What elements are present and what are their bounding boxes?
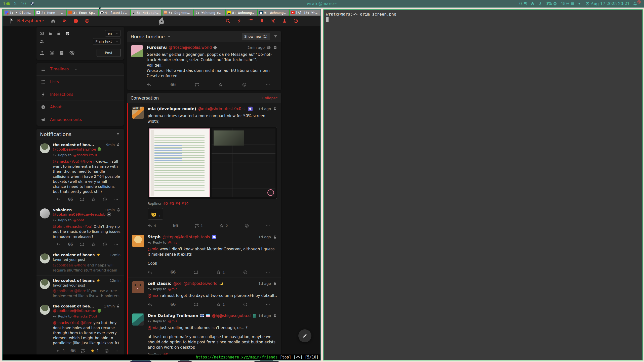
extra-menu-button[interactable]	[114, 242, 118, 247]
mentions-scope-icon[interactable]	[39, 39, 44, 44]
user-handle[interactable]: @coolbean@linfan.moe	[53, 309, 96, 313]
user-name[interactable]: mia (developer mode)	[148, 107, 196, 111]
emoji-react-button[interactable]	[243, 270, 248, 275]
bubble-timeline-icon[interactable]	[74, 19, 78, 23]
extra-menu-button[interactable]	[266, 302, 270, 307]
interactions-icon[interactable]	[237, 18, 242, 23]
public-timeline-icon[interactable]	[62, 18, 67, 23]
timestamp[interactable]: 1d ago	[258, 282, 271, 286]
avatar[interactable]	[40, 253, 50, 263]
mentions[interactable]: @snacks (You) @fiore	[53, 159, 92, 163]
conversation-post[interactable]: WEBP mia (developer mode) @mia@shrimptes…	[128, 103, 281, 231]
reply-button[interactable]: 1	[56, 348, 65, 353]
upload-icon[interactable]	[39, 50, 45, 56]
avatar[interactable]	[131, 45, 143, 57]
conversation-post[interactable]: Steph @steph@fedi.steph.tools 1d ago Rep…	[128, 231, 281, 278]
timeline-filter-icon[interactable]	[273, 34, 278, 39]
timestamp[interactable]: 11min	[104, 208, 115, 212]
scope-unlisted-icon[interactable]	[57, 31, 61, 36]
timeline-post[interactable]: Furosshu @frosch@edolas.world 2min ago G…	[127, 42, 281, 90]
user-name[interactable]: Vokainen	[53, 208, 72, 212]
scope-private-icon[interactable]	[48, 31, 53, 36]
reply-target[interactable]: @phnt	[73, 218, 84, 222]
favorite-button[interactable]: 1	[216, 302, 225, 307]
quote-button[interactable]: 66	[170, 83, 175, 86]
content-type-select[interactable]: Plain text	[93, 38, 121, 45]
user-handle[interactable]: @hj@shigusegubu.club	[212, 313, 251, 318]
timestamp[interactable]: 1d ago	[258, 107, 271, 111]
favorite-button[interactable]: 2	[219, 223, 228, 228]
user-handle[interactable]: @mia@shrimptest.0x0.st	[198, 107, 246, 111]
user-handle[interactable]: @frosch@edolas.world	[169, 45, 212, 50]
quote-button[interactable]: 66	[68, 198, 73, 201]
spoiler-eye-off-icon[interactable]	[69, 50, 75, 56]
expand-post-icon[interactable]	[273, 46, 277, 50]
quote-button[interactable]: 66	[170, 303, 175, 306]
lists-icon[interactable]	[248, 18, 253, 23]
tab-10-youtube[interactable]: [A] 10: Wh…	[289, 10, 320, 16]
reply-target[interactable]: @mia	[168, 287, 177, 291]
avatar[interactable]	[40, 305, 50, 315]
netzsphaere-logo[interactable]	[9, 18, 15, 24]
home-icon[interactable]	[51, 18, 56, 23]
timestamp[interactable]: 9min	[106, 143, 115, 147]
user-name[interactable]: Steph	[148, 235, 160, 239]
extra-menu-button[interactable]	[114, 349, 118, 353]
collapse-link[interactable]: Collapse	[262, 96, 278, 100]
tab-7-wohnung[interactable]: 7: Wohnung m…	[193, 10, 225, 16]
reply-button[interactable]	[56, 242, 61, 247]
notification-item-favorite[interactable]: the coolest of beans 12min favorited you…	[36, 275, 124, 301]
repeat-button[interactable]	[80, 242, 84, 247]
timestamp[interactable]: 17min	[104, 304, 115, 308]
terminal-window[interactable]: wratc@mars:~> grim screen.png	[323, 9, 643, 360]
reply-target[interactable]: @snacks (You)	[73, 153, 97, 157]
tab-1-discord[interactable]: 1: • Disco…	[3, 10, 34, 16]
favorite-button[interactable]	[91, 242, 96, 247]
emoji-react-button[interactable]	[103, 197, 107, 202]
emoji-react-button[interactable]	[243, 302, 248, 307]
tab-5-netzsphaere-active[interactable]: ♪5: Netzsph…	[130, 10, 162, 16]
user-name[interactable]: the coolest of bea...	[53, 304, 94, 308]
tab-9-wohnung[interactable]: 9: Wohnung…	[257, 10, 289, 16]
mention[interactable]: @mia	[148, 293, 158, 298]
brand-name[interactable]: Netzsphaere	[17, 18, 44, 23]
mention[interactable]: @mia	[148, 247, 158, 251]
reply-button[interactable]	[148, 270, 152, 275]
avatar[interactable]: WEBP	[132, 107, 144, 119]
conversation-post[interactable]: Den Datafag Trollmann @hj@shigusegubu.cl…	[128, 310, 281, 354]
reply-target[interactable]: @snacks (You)	[73, 314, 97, 318]
emoji-picker-icon[interactable]	[49, 50, 55, 56]
notification-item-favorite[interactable]: the coolest of beans 12min favorited you…	[36, 250, 124, 275]
extra-menu-button[interactable]	[266, 82, 270, 87]
timestamp[interactable]: 1d ago	[258, 235, 271, 239]
tab-6-degrees[interactable]: 6: Degrees…	[162, 10, 193, 16]
avatar[interactable]	[40, 208, 50, 218]
poll-icon[interactable]	[59, 50, 64, 56]
reply-button[interactable]	[148, 302, 152, 307]
user-handle[interactable]: @steph@fedi.steph.tools	[163, 235, 210, 239]
user-name[interactable]: the coolest of beans	[53, 253, 95, 257]
reply-target[interactable]: @mia	[168, 241, 177, 244]
conversation-post[interactable]: cell classic @cell@shitposter.world 1d a…	[128, 278, 281, 310]
sidebar-item-about[interactable]: About	[36, 101, 124, 113]
attachment-image[interactable]	[148, 127, 277, 199]
favorite-button[interactable]: 1	[90, 348, 99, 353]
repeat-button[interactable]: 1	[194, 223, 203, 228]
user-handle[interactable]: @vokainen099@cawfee.club	[53, 212, 105, 216]
timestamp[interactable]: 12min	[110, 279, 120, 283]
notification-item[interactable]: Vokainen 11min @vokainen099@cawfee.club …	[36, 205, 124, 250]
user-name[interactable]: the coolest of bea...	[53, 143, 94, 147]
user-handle[interactable]: @cell@shitposter.world	[173, 281, 218, 286]
sidebar-item-timelines[interactable]: Timelines	[36, 63, 124, 75]
emoji-react-button[interactable]	[245, 223, 249, 228]
repeat-button[interactable]	[195, 82, 199, 87]
favorite-button[interactable]	[91, 197, 96, 202]
quote-button[interactable]: 66	[173, 224, 178, 228]
user-handle[interactable]: @coolbean@linfan.moe	[53, 147, 96, 151]
scope-direct-icon[interactable]	[39, 31, 44, 36]
show-new-button[interactable]: Show new (1)	[242, 33, 270, 40]
bookmarks-icon[interactable]	[259, 18, 264, 23]
language-select[interactable]: en	[105, 30, 121, 37]
user-name[interactable]: the coolest of beans	[53, 279, 95, 283]
favorite-button[interactable]: 1	[216, 270, 225, 275]
